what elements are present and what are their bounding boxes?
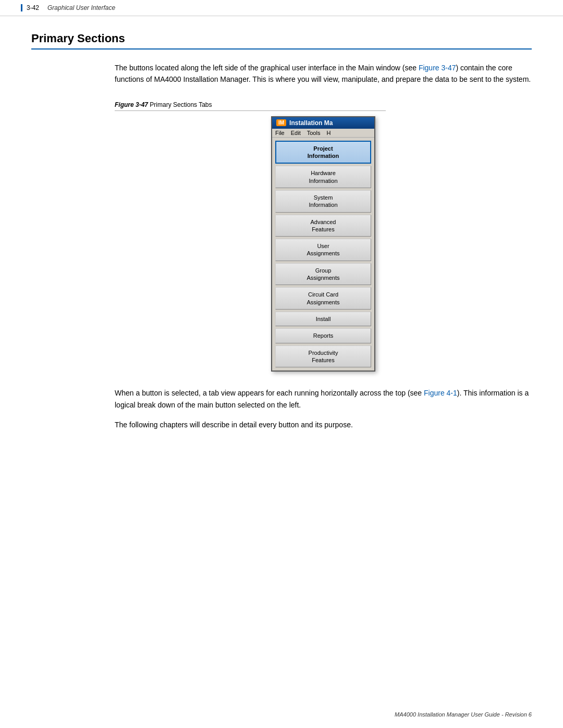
menu-help[interactable]: H [326, 130, 331, 136]
nav-button-system-information[interactable]: SystemInformation [275, 190, 371, 213]
nav-button-advanced-features[interactable]: AdvancedFeatures [275, 215, 371, 237]
section-heading: Primary Sections [31, 32, 532, 50]
app-title-text: Installation Ma [289, 119, 333, 127]
bottom-paragraph-2: The following chapters will describe in … [115, 419, 532, 430]
app-menubar: File Edit Tools H [272, 129, 374, 138]
header-chapter-title: Graphical User Interface [47, 4, 115, 11]
nav-button-project-information[interactable]: ProjectInformation [275, 141, 371, 164]
app-nav-panel: ProjectInformation HardwareInformation S… [272, 138, 374, 371]
figure-container: IM Installation Ma File Edit Tools H Pro… [115, 116, 532, 372]
menu-tools[interactable]: Tools [307, 130, 321, 136]
nav-button-hardware-information[interactable]: HardwareInformation [275, 166, 371, 188]
main-content: Primary Sections The buttons located alo… [0, 16, 563, 470]
header-bar: 3-42 Graphical User Interface [0, 0, 563, 16]
nav-button-install[interactable]: Install [275, 312, 371, 326]
figure-label: Figure 3-47 [115, 101, 148, 108]
figure-caption-text: Primary Sections Tabs [148, 101, 212, 108]
nav-button-user-assignments[interactable]: UserAssignments [275, 239, 371, 261]
link-figure-347[interactable]: Figure 3-47 [419, 64, 456, 72]
body-paragraph: The buttons located along the left side … [115, 62, 532, 85]
page-number: 3-42 [21, 4, 39, 11]
link-figure-41[interactable]: Figure 4-1 [424, 389, 457, 397]
nav-button-productivity-features[interactable]: ProductivityFeatures [275, 346, 371, 368]
app-titlebar: IM Installation Ma [272, 117, 374, 129]
nav-button-circuit-card-assignments[interactable]: Circuit CardAssignments [275, 287, 371, 310]
nav-button-reports[interactable]: Reports [275, 328, 371, 343]
bottom-paragraph-1: When a button is selected, a tab view ap… [115, 387, 532, 411]
app-window: IM Installation Ma File Edit Tools H Pro… [271, 116, 375, 372]
menu-edit[interactable]: Edit [291, 130, 301, 136]
footer: MA4000 Installation Manager User Guide -… [395, 711, 532, 718]
figure-caption: Figure 3-47 Primary Sections Tabs [115, 101, 386, 111]
app-logo: IM [276, 119, 286, 126]
menu-file[interactable]: File [275, 130, 285, 136]
nav-button-group-assignments[interactable]: GroupAssignments [275, 263, 371, 286]
